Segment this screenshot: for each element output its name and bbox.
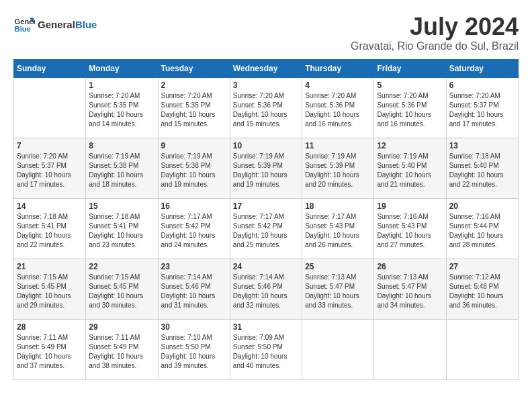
calendar-cell: 26 Sunrise: 7:13 AMSunset: 5:47 PMDaylig… <box>374 259 446 319</box>
calendar-cell: 11 Sunrise: 7:19 AMSunset: 5:39 PMDaylig… <box>302 138 374 198</box>
calendar-cell: 17 Sunrise: 7:17 AMSunset: 5:42 PMDaylig… <box>230 198 302 259</box>
weekday-header: Friday <box>374 59 446 77</box>
calendar-cell: 14 Sunrise: 7:18 AMSunset: 5:41 PMDaylig… <box>14 198 86 259</box>
day-info: Sunrise: 7:15 AMSunset: 5:45 PMDaylight:… <box>17 273 83 310</box>
day-number: 3 <box>233 81 299 90</box>
calendar-cell: 6 Sunrise: 7:20 AMSunset: 5:37 PMDayligh… <box>446 77 518 138</box>
day-info: Sunrise: 7:10 AMSunset: 5:50 PMDaylight:… <box>161 333 227 371</box>
day-info: Sunrise: 7:20 AMSunset: 5:37 PMDaylight:… <box>17 152 83 189</box>
calendar-cell <box>374 319 446 379</box>
calendar-cell: 9 Sunrise: 7:19 AMSunset: 5:38 PMDayligh… <box>158 138 230 198</box>
calendar-cell: 4 Sunrise: 7:20 AMSunset: 5:36 PMDayligh… <box>302 77 374 138</box>
day-number: 31 <box>233 322 299 332</box>
day-number: 21 <box>17 262 83 271</box>
day-number: 29 <box>89 322 154 332</box>
day-info: Sunrise: 7:11 AMSunset: 5:49 PMDaylight:… <box>17 333 83 371</box>
calendar-cell: 13 Sunrise: 7:18 AMSunset: 5:40 PMDaylig… <box>446 138 518 198</box>
calendar-table: SundayMondayTuesdayWednesdayThursdayFrid… <box>13 59 519 380</box>
weekday-header: Monday <box>86 59 158 77</box>
day-info: Sunrise: 7:13 AMSunset: 5:47 PMDaylight:… <box>305 273 371 310</box>
title-block: July 2024 Gravatai, Rio Grande do Sul, B… <box>351 13 519 52</box>
day-number: 11 <box>305 141 371 150</box>
day-number: 17 <box>233 201 299 211</box>
day-number: 19 <box>377 201 443 211</box>
calendar-cell: 5 Sunrise: 7:20 AMSunset: 5:36 PMDayligh… <box>374 77 446 138</box>
calendar-cell <box>14 77 86 138</box>
calendar-cell: 31 Sunrise: 7:09 AMSunset: 5:50 PMDaylig… <box>230 319 302 379</box>
calendar-week-row: 28 Sunrise: 7:11 AMSunset: 5:49 PMDaylig… <box>14 319 519 379</box>
day-number: 5 <box>377 81 443 90</box>
calendar-cell: 7 Sunrise: 7:20 AMSunset: 5:37 PMDayligh… <box>14 138 86 198</box>
location: Gravatai, Rio Grande do Sul, Brazil <box>351 40 519 52</box>
day-info: Sunrise: 7:18 AMSunset: 5:41 PMDaylight:… <box>89 212 154 250</box>
day-number: 20 <box>449 201 515 211</box>
day-info: Sunrise: 7:17 AMSunset: 5:42 PMDaylight:… <box>161 212 227 250</box>
page-header: General Blue GeneralBlue July 2024 Grava… <box>13 13 519 52</box>
day-number: 10 <box>233 141 299 150</box>
day-info: Sunrise: 7:13 AMSunset: 5:47 PMDaylight:… <box>377 273 443 310</box>
day-number: 24 <box>233 262 299 271</box>
day-info: Sunrise: 7:11 AMSunset: 5:49 PMDaylight:… <box>89 333 154 371</box>
day-info: Sunrise: 7:20 AMSunset: 5:37 PMDaylight:… <box>449 91 515 129</box>
day-number: 12 <box>377 141 443 150</box>
day-info: Sunrise: 7:19 AMSunset: 5:39 PMDaylight:… <box>233 152 299 189</box>
calendar-cell: 1 Sunrise: 7:20 AMSunset: 5:35 PMDayligh… <box>86 77 158 138</box>
calendar-cell: 25 Sunrise: 7:13 AMSunset: 5:47 PMDaylig… <box>302 259 374 319</box>
calendar-cell: 28 Sunrise: 7:11 AMSunset: 5:49 PMDaylig… <box>14 319 86 379</box>
day-info: Sunrise: 7:19 AMSunset: 5:38 PMDaylight:… <box>89 152 154 189</box>
day-info: Sunrise: 7:17 AMSunset: 5:43 PMDaylight:… <box>305 212 371 250</box>
day-number: 28 <box>17 322 83 332</box>
calendar-week-row: 21 Sunrise: 7:15 AMSunset: 5:45 PMDaylig… <box>14 259 519 319</box>
day-number: 30 <box>161 322 227 332</box>
day-info: Sunrise: 7:15 AMSunset: 5:45 PMDaylight:… <box>89 273 154 310</box>
day-info: Sunrise: 7:14 AMSunset: 5:46 PMDaylight:… <box>161 273 227 310</box>
logo-icon: General Blue <box>13 13 35 35</box>
calendar-cell: 15 Sunrise: 7:18 AMSunset: 5:41 PMDaylig… <box>86 198 158 259</box>
calendar-cell: 19 Sunrise: 7:16 AMSunset: 5:43 PMDaylig… <box>374 198 446 259</box>
day-info: Sunrise: 7:20 AMSunset: 5:36 PMDaylight:… <box>305 91 371 129</box>
calendar-cell: 24 Sunrise: 7:14 AMSunset: 5:46 PMDaylig… <box>230 259 302 319</box>
calendar-cell <box>446 319 518 379</box>
day-info: Sunrise: 7:20 AMSunset: 5:35 PMDaylight:… <box>161 91 227 129</box>
day-info: Sunrise: 7:20 AMSunset: 5:35 PMDaylight:… <box>89 91 154 129</box>
day-info: Sunrise: 7:19 AMSunset: 5:38 PMDaylight:… <box>161 152 227 189</box>
calendar-cell: 20 Sunrise: 7:16 AMSunset: 5:44 PMDaylig… <box>446 198 518 259</box>
day-info: Sunrise: 7:19 AMSunset: 5:39 PMDaylight:… <box>305 152 371 189</box>
weekday-header: Wednesday <box>230 59 302 77</box>
day-info: Sunrise: 7:20 AMSunset: 5:36 PMDaylight:… <box>233 91 299 129</box>
day-number: 13 <box>449 141 515 150</box>
calendar-cell: 21 Sunrise: 7:15 AMSunset: 5:45 PMDaylig… <box>14 259 86 319</box>
day-number: 25 <box>305 262 371 271</box>
day-number: 18 <box>305 201 371 211</box>
day-info: Sunrise: 7:19 AMSunset: 5:40 PMDaylight:… <box>377 152 443 189</box>
calendar-cell: 30 Sunrise: 7:10 AMSunset: 5:50 PMDaylig… <box>158 319 230 379</box>
calendar-cell: 16 Sunrise: 7:17 AMSunset: 5:42 PMDaylig… <box>158 198 230 259</box>
day-info: Sunrise: 7:20 AMSunset: 5:36 PMDaylight:… <box>377 91 443 129</box>
weekday-header: Thursday <box>302 59 374 77</box>
calendar-week-row: 1 Sunrise: 7:20 AMSunset: 5:35 PMDayligh… <box>14 77 519 138</box>
logo: General Blue GeneralBlue <box>13 13 97 35</box>
day-number: 2 <box>161 81 227 90</box>
svg-text:Blue: Blue <box>15 25 31 33</box>
month-title: July 2024 <box>351 13 519 40</box>
day-number: 9 <box>161 141 227 150</box>
logo-text: GeneralBlue <box>38 19 97 30</box>
calendar-cell: 12 Sunrise: 7:19 AMSunset: 5:40 PMDaylig… <box>374 138 446 198</box>
calendar-cell: 10 Sunrise: 7:19 AMSunset: 5:39 PMDaylig… <box>230 138 302 198</box>
day-number: 26 <box>377 262 443 271</box>
day-info: Sunrise: 7:12 AMSunset: 5:48 PMDaylight:… <box>449 273 515 310</box>
weekday-header-row: SundayMondayTuesdayWednesdayThursdayFrid… <box>14 59 519 77</box>
day-info: Sunrise: 7:16 AMSunset: 5:43 PMDaylight:… <box>377 212 443 250</box>
day-info: Sunrise: 7:14 AMSunset: 5:46 PMDaylight:… <box>233 273 299 310</box>
day-number: 14 <box>17 201 83 211</box>
day-info: Sunrise: 7:18 AMSunset: 5:40 PMDaylight:… <box>449 152 515 189</box>
calendar-cell: 18 Sunrise: 7:17 AMSunset: 5:43 PMDaylig… <box>302 198 374 259</box>
calendar-week-row: 7 Sunrise: 7:20 AMSunset: 5:37 PMDayligh… <box>14 138 519 198</box>
day-number: 8 <box>89 141 154 150</box>
calendar-cell: 3 Sunrise: 7:20 AMSunset: 5:36 PMDayligh… <box>230 77 302 138</box>
calendar-cell <box>302 319 374 379</box>
calendar-cell: 27 Sunrise: 7:12 AMSunset: 5:48 PMDaylig… <box>446 259 518 319</box>
weekday-header: Saturday <box>446 59 518 77</box>
day-info: Sunrise: 7:16 AMSunset: 5:44 PMDaylight:… <box>449 212 515 250</box>
calendar-week-row: 14 Sunrise: 7:18 AMSunset: 5:41 PMDaylig… <box>14 198 519 259</box>
